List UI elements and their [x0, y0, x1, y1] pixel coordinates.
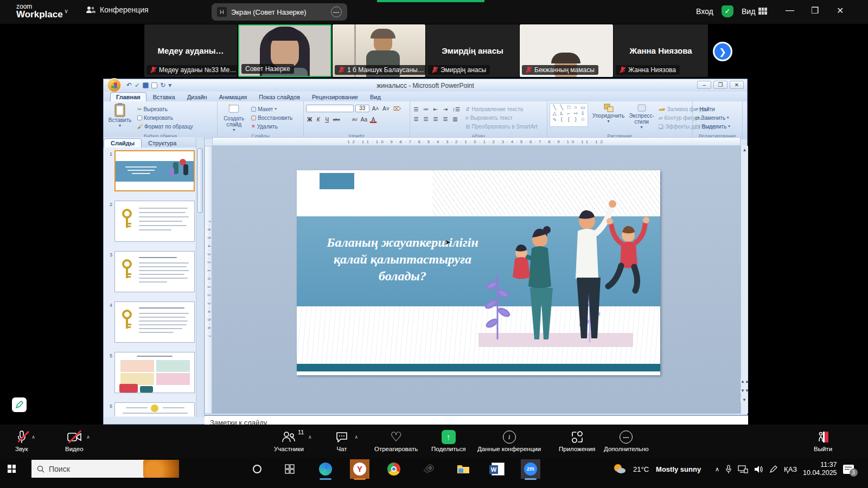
audio-options-chevron[interactable]: ∧ — [31, 434, 35, 440]
panel-tab-outline[interactable]: Структура — [142, 139, 183, 147]
layout-button[interactable]: Макет▾ — [251, 105, 292, 113]
clear-formatting-button[interactable]: ⌦ — [392, 105, 402, 112]
align-center-button[interactable]: ☰ — [422, 115, 430, 123]
video-button[interactable]: ∧ Видео — [65, 430, 84, 452]
slide-canvas[interactable]: Баланың жауапкершілігін қалай қалыптасты… — [297, 170, 660, 375]
participant-tile[interactable]: Эмирдің анасы Эмирдің анасы — [426, 24, 519, 77]
previous-slide-button[interactable]: ▲▲ — [741, 379, 748, 384]
italic-button[interactable]: К — [315, 115, 322, 123]
chat-button[interactable]: ∧ Чат — [335, 430, 348, 452]
participant-tile[interactable]: 1 б Маншук Балаусаны… — [333, 24, 425, 77]
speaker-app-icon[interactable] — [421, 461, 436, 477]
slide-thumbnail-1[interactable]: 1 — [107, 150, 195, 191]
next-slide-button[interactable]: ▼▼ — [741, 388, 748, 393]
new-slide-button[interactable]: Создать слайд▾ — [220, 103, 248, 132]
tab-view[interactable]: Вид — [365, 93, 386, 101]
more-button[interactable]: ••• Дополнительно — [604, 430, 649, 452]
clock[interactable]: 11:37 10.04.2025 — [803, 461, 837, 477]
tray-pen-icon[interactable] — [769, 465, 778, 473]
yandex-browser-tile[interactable]: Y — [350, 459, 369, 479]
taskbar-search[interactable]: Поиск — [31, 460, 179, 478]
character-spacing-button[interactable]: AV — [351, 115, 359, 123]
view-button-label[interactable]: Вид — [742, 7, 755, 16]
tray-chevron-icon[interactable]: ∧ — [715, 466, 719, 473]
tab-options-icon[interactable]: ••• — [331, 7, 342, 17]
annotate-button[interactable] — [12, 397, 27, 412]
tab-home[interactable]: Главная — [110, 92, 146, 101]
ppt-restore-button[interactable]: ❐ — [713, 81, 727, 89]
file-explorer-icon[interactable] — [456, 461, 471, 477]
underline-button[interactable]: Ч — [323, 115, 331, 123]
panel-scrollbar[interactable] — [196, 137, 204, 417]
text-shadow-button[interactable] — [342, 115, 350, 123]
align-left-button[interactable]: ☰ — [412, 115, 420, 123]
react-button[interactable]: ♡ Отреагировать — [374, 430, 418, 452]
justify-button[interactable]: ☰ — [442, 115, 449, 123]
columns-button[interactable]: ▥ — [451, 115, 459, 123]
slide-title[interactable]: Баланың жауапкершілігін қалай қалыптасты… — [321, 234, 484, 285]
tab-conference[interactable]: Конференция — [86, 5, 149, 14]
window-minimize-button[interactable]: — — [786, 5, 794, 15]
copy-button[interactable]: Копировать — [137, 114, 193, 121]
weather-widget[interactable]: 21°C Mostly sunny — [612, 458, 701, 480]
increase-indent-button[interactable]: ⇥ — [442, 105, 449, 113]
cut-button[interactable]: ✂Вырезать — [137, 105, 193, 113]
ring-app-icon[interactable] — [250, 461, 265, 477]
tab-animation[interactable]: Анимация — [214, 93, 253, 101]
participants-chevron[interactable]: ∧ — [308, 434, 312, 440]
smartart-button[interactable]: ⊞Преобразовать в SmartArt — [465, 123, 538, 130]
word-icon[interactable]: W — [490, 461, 506, 477]
video-options-chevron[interactable]: ∧ — [86, 434, 90, 440]
decrease-indent-button[interactable]: ⇤ — [432, 105, 439, 113]
find-button[interactable]: ⌕Найти — [695, 105, 740, 113]
shrink-font-button[interactable]: A˅ — [381, 105, 391, 112]
start-button[interactable] — [8, 465, 16, 473]
share-button[interactable]: ↑ Поделиться — [431, 430, 466, 452]
task-view-icon[interactable] — [282, 461, 297, 477]
audio-button[interactable]: ∧ Звук — [15, 430, 28, 452]
next-participants-button[interactable]: ❯ — [713, 42, 732, 61]
format-painter-button[interactable]: 🖌︎Формат по образцу — [137, 123, 193, 130]
ppt-title-bar[interactable]: ↶ ✓ ↻ ▾ жиналысс - Microsoft PowerPoint … — [104, 79, 747, 92]
participants-button[interactable]: 11 ∧ Участники — [274, 430, 304, 452]
arrange-button[interactable]: Упорядочить▾ — [592, 103, 625, 132]
tab-review[interactable]: Рецензирование — [307, 93, 363, 101]
replace-button[interactable]: ⇄Заменить▾ — [695, 114, 740, 121]
slide-thumbnail-2[interactable]: 2 — [107, 201, 195, 242]
change-case-button[interactable]: Аа — [360, 115, 368, 123]
meeting-info-button[interactable]: i Данные конференции — [477, 430, 541, 452]
tab-slideshow[interactable]: Показ слайдов — [253, 93, 305, 101]
participant-tile[interactable]: Медеу ауданы… Медеу ауданы №33 Ме… — [144, 24, 237, 77]
bullets-button[interactable]: ☰ — [412, 105, 420, 113]
leave-button[interactable]: Выйти — [814, 430, 832, 452]
font-name-combobox[interactable] — [306, 105, 354, 112]
tab-insert[interactable]: Вставка — [148, 93, 181, 101]
signin-link[interactable]: Вход — [696, 7, 713, 16]
view-grid-icon[interactable] — [758, 8, 767, 15]
tray-mic-icon[interactable] — [725, 465, 732, 474]
shapes-gallery[interactable]: ╲╲□○▭ △L⌐⇨⇩ ∿({}☆ — [550, 103, 588, 127]
edge-icon[interactable] — [318, 461, 333, 477]
security-shield-icon[interactable]: ✓ — [722, 5, 733, 17]
chat-chevron[interactable]: ∧ — [354, 434, 358, 440]
line-spacing-button[interactable]: ↕☰ — [451, 105, 461, 113]
slide-thumbnail-4[interactable]: 4 — [107, 301, 195, 343]
numbering-button[interactable]: ≔ — [422, 105, 430, 113]
slide-thumbnail-6[interactable]: 6 — [107, 402, 195, 416]
tray-volume-icon[interactable] — [754, 465, 763, 473]
font-size-combobox[interactable]: 33 — [355, 105, 369, 112]
tray-network-icon[interactable] — [738, 465, 748, 473]
slide-thumbnail-5[interactable]: 5 — [107, 352, 195, 393]
panel-tab-slides[interactable]: Слайды — [104, 138, 142, 147]
zoom-app-tile[interactable]: zm — [521, 459, 540, 479]
grow-font-button[interactable]: A˄ — [371, 105, 380, 112]
editor-scrollbar[interactable]: ▲ — [741, 146, 748, 414]
scroll-down-arrow[interactable]: ▼ — [741, 397, 748, 402]
text-direction-button[interactable]: ⇵Направление текста — [465, 105, 538, 113]
window-close-button[interactable]: ✕ — [837, 5, 844, 16]
paste-button[interactable]: Вставить▾ — [106, 103, 134, 132]
apps-button[interactable]: Приложения — [559, 430, 595, 452]
notification-center-icon[interactable]: 3 — [843, 465, 854, 474]
align-right-button[interactable]: ☰ — [432, 115, 439, 123]
participant-tile-active-speaker[interactable]: Совет Назерке — [238, 24, 331, 77]
